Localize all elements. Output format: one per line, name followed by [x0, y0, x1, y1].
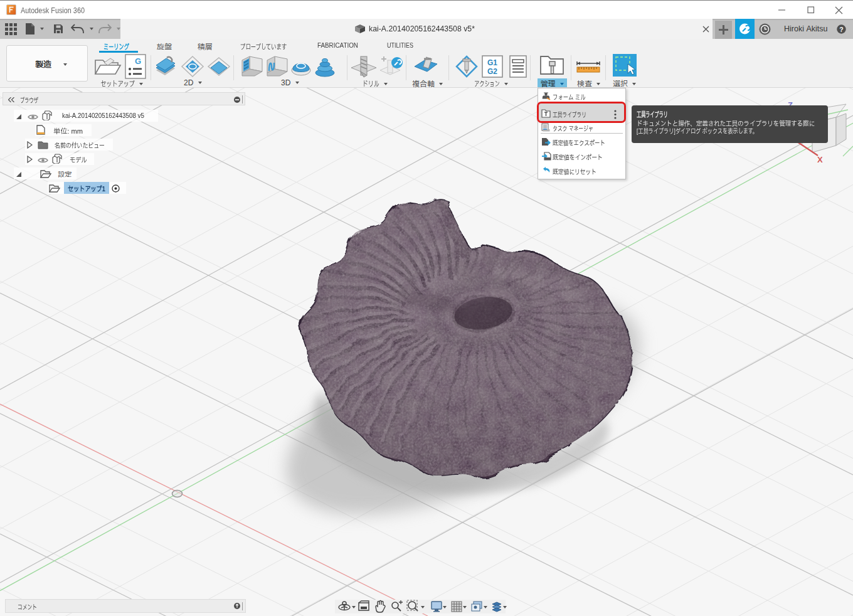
svg-text:G: G — [135, 56, 141, 66]
svg-text:X: X — [817, 155, 823, 164]
svg-text:G1: G1 — [487, 58, 497, 67]
svg-text:?: ? — [839, 26, 843, 33]
svg-text:G2: G2 — [487, 67, 497, 76]
